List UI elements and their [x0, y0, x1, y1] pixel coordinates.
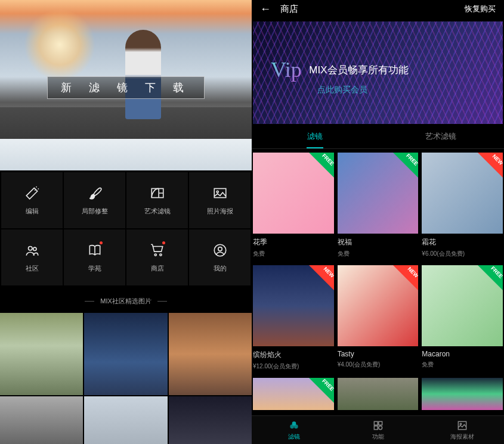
svg-rect-12: [374, 421, 378, 425]
filter-card[interactable]: FREE Macaron 免费: [422, 265, 503, 375]
gallery-item[interactable]: [84, 396, 167, 444]
svg-rect-13: [378, 421, 382, 425]
nav-filters[interactable]: 滤镜: [252, 416, 336, 444]
svg-rect-14: [374, 426, 378, 429]
tool-poster[interactable]: 照片海报: [189, 172, 251, 228]
vip-banner[interactable]: Vip MIX会员畅享所有功能 点此购买会员: [253, 21, 503, 124]
person-icon: [212, 243, 228, 258]
tool-art-filter[interactable]: 艺术滤镜: [126, 172, 188, 228]
tool-grid: 编辑 局部修整 艺术滤镜 照片海报 社区 学苑 商店: [0, 170, 252, 287]
free-badge: FREE: [478, 265, 503, 290]
tool-shop[interactable]: 商店: [126, 229, 188, 285]
shop-title: 商店: [280, 4, 465, 15]
notification-dot: [162, 241, 165, 244]
hero-label: 新 滤 镜 下 载: [47, 76, 205, 99]
vip-sub-text: 点此购买会员: [317, 85, 409, 95]
tool-profile[interactable]: 我的: [189, 229, 251, 285]
notification-dot: [100, 241, 103, 244]
filter-card[interactable]: NEW 霜花 ¥6.00(会员免费): [422, 153, 503, 263]
new-badge: NEW: [393, 265, 418, 290]
filter-card[interactable]: NEW Tasty ¥4.00(会员免费): [338, 265, 419, 375]
wand-icon: [24, 185, 40, 201]
tool-academy[interactable]: 学苑: [64, 229, 125, 285]
image-icon: [212, 185, 228, 201]
brush-icon: [87, 185, 103, 201]
cart-icon: [150, 243, 165, 258]
section-title: MIX社区精选图片: [0, 287, 252, 313]
gallery-item[interactable]: [0, 396, 83, 444]
tool-edit[interactable]: 编辑: [1, 172, 63, 228]
free-badge: FREE: [309, 153, 334, 178]
nav-poster-assets[interactable]: 海报素材: [420, 416, 504, 444]
nav-features[interactable]: 功能: [336, 416, 420, 444]
filter-card[interactable]: FREE: [253, 378, 334, 415]
filter-grid: FREE 花季 免费 FREE 祝福 免费 NEW 霜花 ¥6.00(会员免费)…: [252, 149, 504, 415]
filter-card[interactable]: FREE 祝福 免费: [338, 153, 419, 263]
tool-retouch[interactable]: 局部修整: [64, 172, 125, 228]
svg-point-4: [33, 247, 36, 250]
new-badge: NEW: [478, 153, 503, 178]
free-badge: FREE: [309, 378, 334, 403]
book-icon: [87, 243, 103, 258]
tab-art-filters[interactable]: 艺术滤镜: [378, 124, 505, 148]
vip-main-text: MIX会员畅享所有功能: [309, 63, 408, 77]
svg-point-2: [217, 191, 218, 192]
svg-point-5: [154, 253, 156, 255]
filters-icon: [288, 420, 300, 431]
home-screen: 新 滤 镜 下 载 编辑 局部修整 艺术滤镜 照片海报 社区 学苑: [0, 0, 252, 444]
svg-point-6: [159, 253, 161, 255]
svg-point-17: [460, 423, 462, 425]
vip-logo: Vip: [271, 57, 302, 82]
svg-point-10: [290, 424, 294, 429]
svg-point-3: [28, 246, 32, 250]
filter-card[interactable]: NEW 缤纷焰火 ¥12.00(会员免费): [253, 265, 334, 375]
svg-point-11: [294, 424, 298, 429]
filter-card[interactable]: [422, 378, 503, 415]
gallery-item[interactable]: [169, 396, 252, 444]
grid-icon: [372, 420, 384, 431]
new-badge: NEW: [309, 265, 334, 290]
community-gallery: [0, 313, 252, 444]
shop-tabs: 滤镜 艺术滤镜: [252, 124, 504, 149]
gallery-item[interactable]: [0, 313, 83, 395]
tab-filters[interactable]: 滤镜: [252, 124, 378, 148]
bottom-nav: 滤镜 功能 海报素材: [252, 415, 504, 444]
svg-point-15: [378, 426, 382, 429]
people-icon: [24, 243, 40, 258]
free-badge: FREE: [393, 153, 418, 178]
picture-icon: [456, 420, 468, 431]
tool-community[interactable]: 社区: [1, 229, 63, 285]
hero-banner[interactable]: 新 滤 镜 下 载: [0, 0, 252, 170]
restore-purchase-button[interactable]: 恢复购买: [465, 4, 496, 14]
filter-card[interactable]: [338, 378, 419, 415]
gallery-item[interactable]: [169, 313, 252, 395]
filter-card[interactable]: FREE 花季 免费: [253, 153, 334, 263]
golden-ratio-icon: [150, 185, 165, 201]
shop-header: ← 商店 恢复购买: [252, 0, 504, 18]
shop-screen: ← 商店 恢复购买 Vip MIX会员畅享所有功能 点此购买会员 滤镜 艺术滤镜…: [252, 0, 504, 444]
svg-point-8: [218, 247, 222, 251]
gallery-item[interactable]: [84, 313, 167, 395]
back-icon[interactable]: ←: [260, 3, 271, 15]
